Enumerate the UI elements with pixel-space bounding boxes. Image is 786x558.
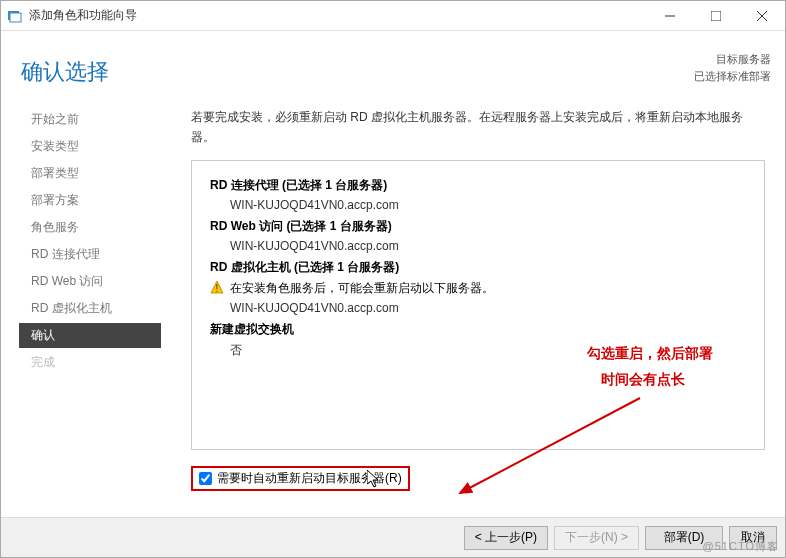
page-title: 确认选择 bbox=[21, 57, 109, 87]
role-broker-title: RD 连接代理 (已选择 1 台服务器) bbox=[210, 177, 746, 194]
restart-checkbox-row: 需要时自动重新启动目标服务器(R) bbox=[191, 466, 410, 491]
app-icon bbox=[7, 8, 23, 24]
sidebar-item-complete[interactable]: 完成 bbox=[19, 350, 161, 375]
titlebar: 添加角色和功能向导 bbox=[1, 1, 785, 31]
warning-icon: ! bbox=[210, 280, 224, 294]
maximize-button[interactable] bbox=[693, 1, 739, 31]
wizard-sidebar: 开始之前 安装类型 部署类型 部署方案 角色服务 RD 连接代理 RD Web … bbox=[1, 31, 161, 519]
wizard-window: 添加角色和功能向导 确认选择 目标服务器 已选择标准部署 开始之前 安装类型 部… bbox=[0, 0, 786, 558]
svg-marker-10 bbox=[367, 470, 378, 487]
svg-rect-3 bbox=[711, 11, 721, 21]
svg-line-9 bbox=[460, 398, 640, 493]
cursor-icon bbox=[367, 470, 381, 491]
svg-text:!: ! bbox=[216, 283, 219, 294]
window-title: 添加角色和功能向导 bbox=[29, 7, 647, 24]
restart-checkbox[interactable] bbox=[199, 472, 212, 485]
close-button[interactable] bbox=[739, 1, 785, 31]
next-button: 下一步(N) > bbox=[554, 526, 639, 550]
vswitch-title: 新建虚拟交换机 bbox=[210, 321, 746, 338]
wizard-footer: < 上一步(P) 下一步(N) > 部署(D) 取消 bbox=[1, 517, 785, 557]
prev-button[interactable]: < 上一步(P) bbox=[464, 526, 548, 550]
role-vhost-server: WIN-KUJOQD41VN0.accp.com bbox=[230, 301, 746, 315]
watermark: @51CTO博客 bbox=[703, 539, 779, 554]
role-broker-server: WIN-KUJOQD41VN0.accp.com bbox=[230, 198, 746, 212]
role-web-server: WIN-KUJOQD41VN0.accp.com bbox=[230, 239, 746, 253]
sidebar-item-role-services[interactable]: 角色服务 bbox=[19, 215, 161, 240]
sidebar-item-confirm[interactable]: 确认 bbox=[19, 323, 161, 348]
annotation-line2: 时间会有点长 bbox=[601, 371, 713, 389]
intro-text: 若要完成安装，必须重新启动 RD 虚拟化主机服务器。在远程服务器上安装完成后，将… bbox=[191, 107, 765, 148]
sidebar-item-rd-web[interactable]: RD Web 访问 bbox=[19, 269, 161, 294]
role-web-title: RD Web 访问 (已选择 1 台服务器) bbox=[210, 218, 746, 235]
minimize-button[interactable] bbox=[647, 1, 693, 31]
sidebar-item-rd-virtualhost[interactable]: RD 虚拟化主机 bbox=[19, 296, 161, 321]
warning-text: 在安装角色服务后，可能会重新启动以下服务器。 bbox=[230, 280, 494, 297]
sidebar-item-deploy-plan[interactable]: 部署方案 bbox=[19, 188, 161, 213]
sidebar-item-install-type[interactable]: 安装类型 bbox=[19, 134, 161, 159]
main-panel: 若要完成安装，必须重新启动 RD 虚拟化主机服务器。在远程服务器上安装完成后，将… bbox=[161, 31, 785, 519]
annotation-line1: 勾选重启，然后部署 bbox=[587, 345, 713, 363]
sidebar-item-rd-broker[interactable]: RD 连接代理 bbox=[19, 242, 161, 267]
content-area: 开始之前 安装类型 部署类型 部署方案 角色服务 RD 连接代理 RD Web … bbox=[1, 31, 785, 519]
sidebar-item-deploy-type[interactable]: 部署类型 bbox=[19, 161, 161, 186]
annotation-text: 勾选重启，然后部署 时间会有点长 bbox=[587, 345, 713, 389]
svg-rect-1 bbox=[10, 13, 21, 22]
warning-row: ! 在安装角色服务后，可能会重新启动以下服务器。 bbox=[210, 280, 746, 297]
role-vhost-title: RD 虚拟化主机 (已选择 1 台服务器) bbox=[210, 259, 746, 276]
annotation-arrow bbox=[445, 393, 645, 503]
sidebar-item-before-you-begin[interactable]: 开始之前 bbox=[19, 107, 161, 132]
